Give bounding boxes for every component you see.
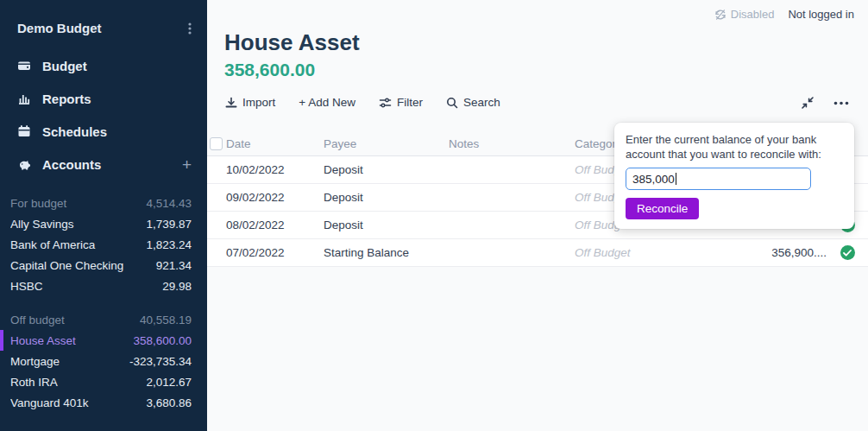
account-balance: 921.34 — [156, 259, 192, 272]
collapse-transactions-button[interactable] — [801, 96, 815, 110]
column-header-date[interactable]: Date — [226, 137, 324, 150]
download-icon — [225, 97, 237, 109]
sync-status-button[interactable]: Disabled — [714, 8, 775, 21]
reconcile-balance-input[interactable]: 385,000 — [626, 168, 811, 190]
date-cell[interactable]: 10/02/2022 — [226, 163, 324, 176]
sidebar-item-schedules[interactable]: Schedules — [0, 115, 207, 148]
off-budget-group: Off budget 40,558.19 House Asset 358,600… — [0, 309, 207, 413]
piggy-bank-icon — [17, 157, 31, 171]
account-name: HSBC — [10, 280, 162, 293]
account-item-vanguard-401k[interactable]: Vanguard 401k 3,680.86 — [0, 392, 207, 413]
import-button[interactable]: Import — [225, 96, 275, 109]
account-name: Mortgage — [10, 355, 129, 368]
ellipsis-icon — [833, 101, 849, 105]
budget-file-name: Demo Budget — [17, 21, 102, 35]
add-new-label: + Add New — [299, 96, 355, 109]
date-cell[interactable]: 08/02/2022 — [226, 219, 324, 231]
budget-file-header: Demo Budget — [0, 0, 207, 35]
filter-button[interactable]: Filter — [379, 96, 423, 109]
select-all-cell — [207, 137, 226, 150]
account-balance-total[interactable]: 358,600.00 — [224, 60, 315, 80]
account-item-house-asset[interactable]: House Asset 358,600.00 — [0, 330, 207, 351]
reconcile-input-value: 385,000 — [632, 173, 675, 186]
account-item-capital-one-checking[interactable]: Capital One Checking 921.34 — [0, 255, 207, 276]
date-cell[interactable]: 07/02/2022 — [226, 246, 324, 259]
account-name: Capital One Checking — [10, 259, 156, 272]
account-name: Vanguard 401k — [10, 396, 146, 409]
amount-cell[interactable]: 356,900.... — [730, 246, 827, 259]
sidebar-nav: Budget Reports Schedules Accounts + — [0, 49, 207, 181]
login-status-button[interactable]: Not logged in — [788, 8, 854, 21]
reconcile-button[interactable]: Reconcile — [626, 198, 699, 219]
account-item-hsbc[interactable]: HSBC 29.98 — [0, 276, 207, 296]
category-cell[interactable]: Off Budget — [575, 246, 730, 259]
filter-label: Filter — [397, 96, 423, 109]
toolbar-right — [801, 96, 849, 110]
search-button[interactable]: Search — [446, 96, 500, 109]
status-bar: Disabled Not logged in — [714, 8, 854, 21]
transaction-row[interactable]: 07/02/2022 Starting Balance Off Budget 3… — [207, 239, 868, 267]
sync-disabled-icon — [714, 9, 726, 21]
add-account-button[interactable]: + — [182, 156, 192, 173]
payee-cell[interactable]: Deposit — [324, 191, 449, 204]
for-budget-header[interactable]: For budget 4,514.43 — [0, 193, 207, 213]
group-label: For budget — [10, 197, 146, 210]
sync-status-label: Disabled — [731, 8, 775, 21]
kebab-icon — [188, 22, 192, 35]
payee-cell[interactable]: Deposit — [324, 219, 449, 231]
account-name: Roth IRA — [10, 376, 146, 389]
off-budget-header[interactable]: Off budget 40,558.19 — [0, 309, 207, 330]
account-name: Ally Savings — [10, 218, 146, 231]
reconcile-popup: Enter the current balance of your bank a… — [614, 123, 854, 229]
account-menu-button[interactable] — [833, 101, 849, 105]
sidebar-item-reports[interactable]: Reports — [0, 82, 207, 115]
budget-menu-button[interactable] — [188, 22, 192, 35]
account-balance: 1,739.87 — [146, 218, 192, 231]
account-item-roth-ira[interactable]: Roth IRA 2,012.67 — [0, 371, 207, 392]
account-item-mortgage[interactable]: Mortgage -323,735.34 — [0, 351, 207, 371]
account-item-bank-of-america[interactable]: Bank of America 1,823.24 — [0, 234, 207, 255]
account-balance: 1,823.24 — [146, 238, 192, 251]
page-title: House Asset — [224, 29, 360, 56]
sidebar-item-label: Schedules — [42, 124, 107, 139]
cleared-cell — [827, 245, 868, 260]
group-total: 40,558.19 — [140, 314, 192, 326]
reconcile-message: Enter the current balance of your bank a… — [626, 132, 843, 162]
search-icon — [446, 97, 458, 109]
calendar-icon — [17, 124, 31, 138]
for-budget-group: For budget 4,514.43 Ally Savings 1,739.8… — [0, 193, 207, 296]
wallet-icon — [17, 59, 31, 73]
sidebar-item-label: Accounts — [42, 157, 101, 172]
column-header-payee[interactable]: Payee — [324, 137, 449, 150]
sidebar-item-budget[interactable]: Budget — [0, 49, 207, 82]
filter-sliders-icon — [379, 97, 392, 109]
account-name: Bank of America — [10, 238, 146, 251]
cleared-check-icon[interactable] — [840, 245, 855, 260]
column-header-notes[interactable]: Notes — [449, 137, 575, 150]
group-label: Off budget — [10, 314, 140, 326]
account-name: House Asset — [10, 334, 133, 347]
toolbar: Import + Add New Filter Search — [225, 96, 500, 109]
account-item-ally-savings[interactable]: Ally Savings 1,739.87 — [0, 213, 207, 234]
group-total: 4,514.43 — [146, 197, 192, 210]
text-caret — [676, 173, 677, 185]
sidebar-item-label: Budget — [42, 59, 87, 73]
payee-cell[interactable]: Deposit — [324, 163, 449, 176]
collapse-icon — [801, 96, 815, 110]
account-balance: 2,012.67 — [146, 376, 192, 389]
select-all-checkbox[interactable] — [210, 137, 223, 150]
account-balance: 3,680.86 — [146, 396, 192, 409]
search-label: Search — [463, 96, 500, 109]
payee-cell[interactable]: Starting Balance — [324, 246, 449, 259]
account-balance: -323,735.34 — [129, 355, 192, 368]
sidebar-item-accounts[interactable]: Accounts + — [0, 148, 207, 181]
sidebar-item-label: Reports — [42, 92, 91, 106]
import-label: Import — [242, 96, 275, 109]
date-cell[interactable]: 09/02/2022 — [226, 191, 324, 204]
add-new-button[interactable]: + Add New — [299, 96, 355, 109]
account-balance: 358,600.00 — [133, 334, 192, 347]
bar-chart-icon — [17, 92, 31, 105]
main-content: Disabled Not logged in House Asset 358,6… — [207, 0, 868, 431]
sidebar: Demo Budget Budget Reports Schedules — [0, 0, 207, 431]
account-balance: 29.98 — [162, 280, 192, 293]
